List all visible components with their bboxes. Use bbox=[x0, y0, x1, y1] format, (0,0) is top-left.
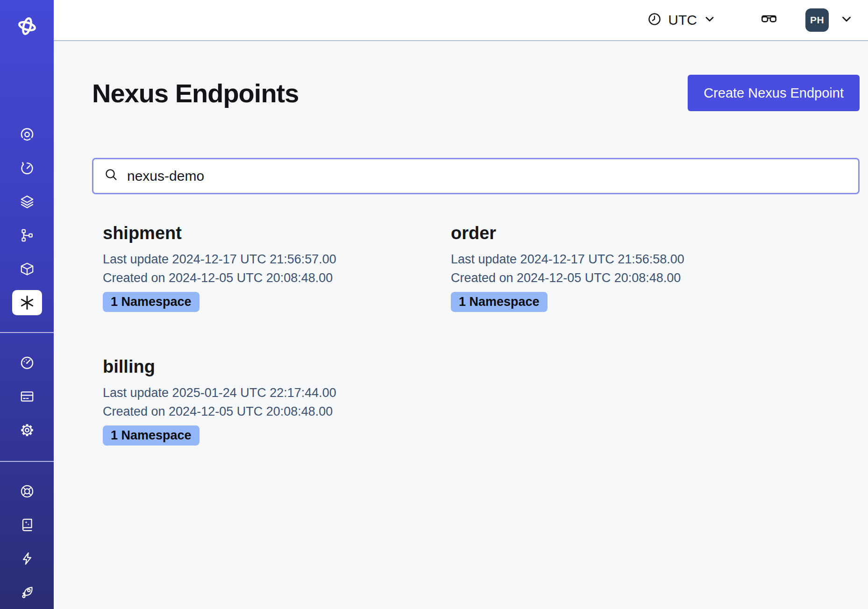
deployments-icon bbox=[19, 261, 36, 277]
endpoint-card[interactable]: shipment Last update 2024-12-17 UTC 21:5… bbox=[92, 223, 440, 312]
sidebar-divider bbox=[0, 461, 54, 462]
sidebar-item-getting-started[interactable] bbox=[0, 575, 54, 609]
sidebar-item-billing[interactable] bbox=[0, 380, 54, 413]
namespaces-icon bbox=[19, 193, 36, 210]
support-icon bbox=[19, 483, 36, 500]
clock-icon bbox=[647, 11, 662, 29]
search-input[interactable] bbox=[127, 168, 848, 184]
sidebar bbox=[0, 0, 54, 609]
sidebar-divider bbox=[0, 332, 54, 333]
sidebar-item-settings[interactable] bbox=[0, 413, 54, 447]
billing-icon bbox=[19, 388, 36, 405]
endpoint-created-on: Created on 2024-12-05 UTC 20:08:48.00 bbox=[103, 269, 440, 287]
glasses-icon bbox=[760, 10, 778, 30]
docs-icon bbox=[19, 517, 36, 533]
glasses-toggle[interactable] bbox=[760, 10, 778, 30]
quickstart-icon bbox=[19, 550, 36, 567]
sidebar-item-quickstart[interactable] bbox=[0, 542, 54, 575]
endpoint-name: billing bbox=[103, 357, 440, 377]
endpoint-name: shipment bbox=[103, 223, 440, 243]
sidebar-item-deployments[interactable] bbox=[0, 252, 54, 286]
sidebar-item-support[interactable] bbox=[0, 474, 54, 508]
sidebar-item-schedules[interactable] bbox=[0, 151, 54, 185]
endpoint-last-update: Last update 2024-12-17 UTC 21:56:57.00 bbox=[103, 250, 440, 269]
workflows-icon bbox=[19, 126, 36, 143]
sidebar-item-nexus[interactable] bbox=[0, 286, 54, 319]
sidebar-item-batch-operations[interactable] bbox=[0, 219, 54, 252]
avatar[interactable]: PH bbox=[805, 8, 829, 32]
create-nexus-endpoint-button[interactable]: Create Nexus Endpoint bbox=[688, 75, 860, 111]
endpoint-search[interactable] bbox=[92, 158, 860, 194]
endpoint-last-update: Last update 2024-12-17 UTC 21:56:58.00 bbox=[451, 250, 860, 269]
usage-icon bbox=[19, 354, 36, 371]
namespace-badge: 1 Namespace bbox=[103, 425, 199, 446]
endpoint-card[interactable]: order Last update 2024-12-17 UTC 21:56:5… bbox=[440, 223, 860, 312]
timezone-selector[interactable]: UTC bbox=[647, 11, 717, 29]
nexus-icon bbox=[18, 294, 36, 312]
endpoint-last-update: Last update 2025-01-24 UTC 22:17:44.00 bbox=[103, 383, 440, 402]
endpoint-card[interactable]: billing Last update 2025-01-24 UTC 22:17… bbox=[92, 357, 440, 446]
getting-started-icon bbox=[19, 584, 36, 601]
namespace-badge: 1 Namespace bbox=[451, 292, 548, 312]
endpoint-name: order bbox=[451, 223, 860, 243]
endpoint-card-grid: shipment Last update 2024-12-17 UTC 21:5… bbox=[92, 223, 860, 446]
main-content: Nexus Endpoints Create Nexus Endpoint sh… bbox=[54, 41, 868, 609]
user-menu-toggle[interactable] bbox=[839, 12, 854, 28]
namespace-badge: 1 Namespace bbox=[103, 292, 199, 312]
chevron-down-icon bbox=[839, 12, 854, 28]
active-item-highlight bbox=[12, 290, 42, 315]
sidebar-item-workflows[interactable] bbox=[0, 118, 54, 151]
schedules-icon bbox=[19, 160, 36, 177]
search-icon bbox=[104, 167, 120, 185]
settings-icon bbox=[19, 422, 36, 439]
endpoint-created-on: Created on 2024-12-05 UTC 20:08:48.00 bbox=[451, 269, 860, 287]
app-window: UTC PH bbox=[0, 0, 868, 609]
temporal-logo[interactable] bbox=[15, 13, 39, 39]
sidebar-item-docs[interactable] bbox=[0, 508, 54, 542]
chevron-down-icon bbox=[703, 12, 717, 28]
timezone-label: UTC bbox=[668, 12, 697, 28]
page-title: Nexus Endpoints bbox=[92, 78, 299, 108]
endpoint-created-on: Created on 2024-12-05 UTC 20:08:48.00 bbox=[103, 402, 440, 421]
batch-operations-icon bbox=[19, 227, 36, 244]
topbar: UTC PH bbox=[54, 0, 868, 41]
sidebar-item-namespaces[interactable] bbox=[0, 185, 54, 219]
sidebar-item-usage[interactable] bbox=[0, 346, 54, 380]
